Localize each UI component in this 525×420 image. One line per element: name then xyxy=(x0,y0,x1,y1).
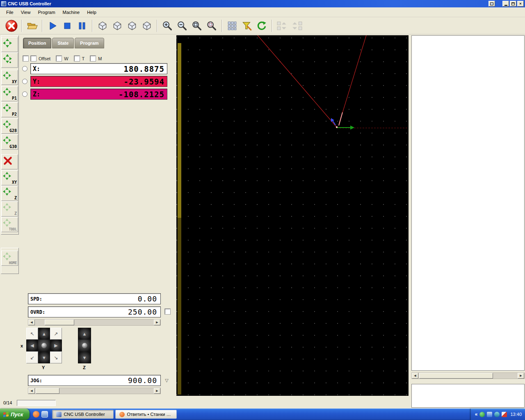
x-axis-radio[interactable] xyxy=(22,66,27,71)
slider-left-button[interactable]: ◀ xyxy=(28,388,35,394)
toolpath-viewport[interactable] xyxy=(176,35,409,396)
step-backward-button[interactable] xyxy=(290,18,304,33)
gcode-list[interactable] xyxy=(411,35,525,371)
clear-offset-button[interactable] xyxy=(1,154,18,169)
jog-x-plus-button[interactable]: ▶ xyxy=(50,340,62,352)
filter-edit-button[interactable] xyxy=(240,18,254,33)
x-coordinate-field[interactable]: X: 180.8875 xyxy=(30,63,167,74)
view-front-button[interactable] xyxy=(110,18,125,33)
slider-right-button[interactable]: ▶ xyxy=(154,320,160,325)
scroll-thumb[interactable] xyxy=(419,373,493,379)
toolbar xyxy=(0,17,525,34)
tray-language-icon[interactable] xyxy=(502,412,507,417)
t-checkbox[interactable] xyxy=(74,56,80,61)
jog-nw-button[interactable]: ↖ xyxy=(26,328,38,340)
menu-machine[interactable]: Machine xyxy=(59,9,84,16)
goto-position2-button[interactable]: P2 xyxy=(1,102,18,117)
jog-sw-button[interactable]: ↙ xyxy=(26,352,38,363)
offset-checkbox-1[interactable] xyxy=(23,56,28,61)
home-button[interactable]: HOME xyxy=(1,251,18,266)
step-forward-button[interactable] xyxy=(275,18,290,33)
jog-center-button[interactable] xyxy=(38,340,50,352)
task-cnc-usb-controller[interactable]: CNC USB Controller xyxy=(52,410,114,419)
tray-collapse-button[interactable]: « xyxy=(475,411,478,417)
goto-g30-button[interactable]: G30 xyxy=(1,135,18,150)
window-title: CNC USB Controller xyxy=(8,1,51,6)
slider-track[interactable] xyxy=(35,388,154,394)
jog-speed-dropdown-button[interactable]: ▽ xyxy=(163,377,170,384)
quicklaunch-browser-icon[interactable] xyxy=(33,411,39,418)
tab-position[interactable]: Position xyxy=(23,38,51,48)
zoom-out-button[interactable] xyxy=(175,18,189,33)
tray-display-icon[interactable] xyxy=(487,412,492,417)
zoom-window-button[interactable] xyxy=(204,18,219,33)
jog-z-plus-button[interactable]: ▲ xyxy=(78,328,91,340)
minimize-button[interactable] xyxy=(502,1,509,7)
goto-xy-zero-button[interactable]: XY xyxy=(1,70,18,85)
scroll-track[interactable] xyxy=(418,373,518,379)
menu-file[interactable]: File xyxy=(2,9,17,16)
task-browser[interactable]: Ответить • Станки с Ч... xyxy=(115,410,177,419)
offset-checkbox-2[interactable] xyxy=(31,56,36,61)
jog-y-plus-button[interactable]: ▲ xyxy=(38,328,50,340)
w-checkbox[interactable] xyxy=(56,56,62,61)
jog-z-minus-button[interactable]: ▼ xyxy=(78,352,91,363)
slider-left-button[interactable]: ◀ xyxy=(28,320,35,325)
jog-z-center-button[interactable] xyxy=(78,340,91,352)
zero-z-button[interactable]: Z xyxy=(1,186,18,201)
slider-thumb[interactable] xyxy=(36,388,59,394)
z-axis-radio[interactable] xyxy=(22,91,27,97)
override-enable-checkbox[interactable] xyxy=(165,309,170,314)
slider-right-button[interactable]: ▶ xyxy=(154,388,160,394)
zero-xy-button[interactable]: XY xyxy=(1,170,18,185)
y-axis-value: -23.9594 xyxy=(123,77,167,86)
zoom-fit-button[interactable] xyxy=(189,18,204,33)
m-checkbox[interactable] xyxy=(90,56,96,61)
open-file-button[interactable] xyxy=(25,18,39,33)
refresh-button[interactable] xyxy=(254,18,269,33)
emergency-stop-button[interactable] xyxy=(4,18,19,33)
view-top-button[interactable] xyxy=(95,18,110,33)
tray-update-icon[interactable] xyxy=(494,412,500,417)
start-button[interactable]: Пуск xyxy=(0,409,30,420)
tool-change-button[interactable]: TOOL xyxy=(1,217,18,232)
tab-program[interactable]: Program xyxy=(75,38,104,48)
menu-help[interactable]: Help xyxy=(83,9,100,16)
menu-view[interactable]: View xyxy=(17,9,34,16)
jog-x-minus-button[interactable]: ◀ xyxy=(26,340,38,352)
y-axis-radio[interactable] xyxy=(22,79,27,84)
show-grid-button[interactable] xyxy=(225,18,240,33)
restore-button[interactable] xyxy=(510,1,516,7)
z-coordinate-field[interactable]: Z: -108.2125 xyxy=(30,89,167,100)
close-button[interactable]: × xyxy=(517,1,524,7)
add-position-button[interactable] xyxy=(1,52,18,68)
view-side-button[interactable] xyxy=(125,18,139,33)
measure-z-button[interactable]: Z xyxy=(1,201,18,217)
scroll-left-button[interactable]: ◀ xyxy=(412,373,418,379)
jog-ne-button[interactable]: ↗ xyxy=(50,328,62,340)
slider-track[interactable] xyxy=(35,320,154,325)
tray-clock[interactable]: 13:40 xyxy=(510,412,522,417)
move-to-zero-button[interactable] xyxy=(1,37,18,52)
scroll-right-button[interactable]: ▶ xyxy=(518,373,524,379)
stop-button[interactable] xyxy=(60,18,75,33)
menu-program[interactable]: Program xyxy=(34,9,59,16)
y-coordinate-row: Y: -23.9594 xyxy=(21,76,167,87)
titlebar[interactable]: CNC USB Controller × xyxy=(0,0,525,7)
arrows-icon xyxy=(2,171,11,180)
child-window-button[interactable] xyxy=(488,1,495,7)
tray-network-icon[interactable] xyxy=(479,412,485,417)
play-button[interactable] xyxy=(45,18,60,33)
slider-thumb[interactable] xyxy=(45,320,74,325)
jog-y-minus-button[interactable]: ▼ xyxy=(38,352,50,363)
pause-button[interactable] xyxy=(75,18,89,33)
tab-state[interactable]: State xyxy=(52,38,74,48)
jog-se-button[interactable]: ↘ xyxy=(50,352,62,363)
output-log[interactable] xyxy=(411,384,525,408)
goto-g28-button[interactable]: G28 xyxy=(1,119,18,134)
y-coordinate-field[interactable]: Y: -23.9594 xyxy=(30,76,167,87)
zoom-in-button[interactable] xyxy=(160,18,175,33)
view-isometric-button[interactable] xyxy=(139,18,154,33)
goto-position1-button[interactable]: P1 xyxy=(1,86,18,101)
quicklaunch-desktop-icon[interactable] xyxy=(41,411,48,418)
